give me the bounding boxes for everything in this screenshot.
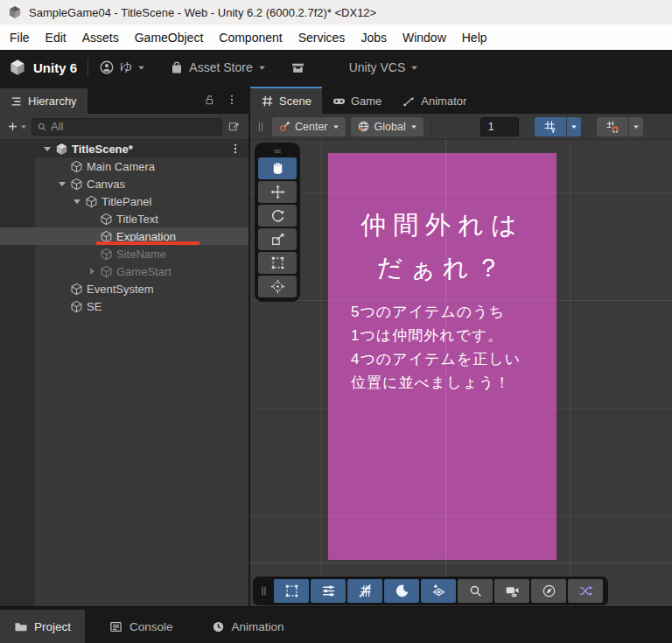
kebab-menu-icon[interactable] xyxy=(228,143,242,155)
kebab-menu-icon[interactable] xyxy=(226,94,238,106)
rotate-tool-button[interactable] xyxy=(258,205,297,227)
explanation-text-object[interactable]: 5つのアイテムのうち1つは仲間外れです。4つのアイテムを正しい位置に並べましょう… xyxy=(351,300,556,395)
overlay-grid-slash-button[interactable] xyxy=(347,579,382,603)
panel-body-line: 1つは仲間外れです。 xyxy=(351,324,556,347)
tab-label: Console xyxy=(130,620,173,633)
foldout-open-icon[interactable] xyxy=(70,199,84,204)
hierarchy-item-label: EventSystem xyxy=(87,283,154,296)
foldout-open-icon[interactable] xyxy=(40,147,54,151)
overlay-shuffle-button[interactable] xyxy=(568,579,603,603)
scene-view-toolbar: Center Global Y xyxy=(250,114,672,140)
tool-palette-overlay xyxy=(255,143,300,302)
grid-size-input[interactable] xyxy=(480,117,519,136)
grid-axis-caret[interactable] xyxy=(567,117,581,136)
scene-viewport[interactable]: 仲間外れはだぁれ？ 5つのアイテムのうち1つは仲間外れです。4つのアイテムを正し… xyxy=(250,140,672,606)
menu-help[interactable]: Help xyxy=(454,31,495,45)
grid-axis-button[interactable]: Y xyxy=(535,117,566,136)
window-title: SampleGame04 - TitleScene - Web - Unity … xyxy=(29,6,376,19)
chevron-down-icon xyxy=(20,123,27,130)
menu-file[interactable]: File xyxy=(2,31,38,45)
menu-assets[interactable]: Assets xyxy=(74,31,127,45)
scale-tool-button[interactable] xyxy=(258,228,297,250)
annotation-underline xyxy=(96,241,200,245)
menu-services[interactable]: Services xyxy=(290,31,354,45)
foldout-closed-icon[interactable] xyxy=(85,268,99,275)
hierarchy-tab-label: Hierarchy xyxy=(28,94,77,108)
overlay-drag-handle-icon[interactable] xyxy=(258,585,270,597)
unity-vcs-dropdown[interactable]: Unity VCS xyxy=(349,60,419,74)
tab-game[interactable]: Game xyxy=(322,88,392,114)
tab-scene[interactable]: Scene xyxy=(250,87,322,114)
hierarchy-item-label: TitleScene* xyxy=(72,143,133,156)
fx-icon xyxy=(431,584,446,598)
tab-label: Animator xyxy=(421,94,466,108)
move-tool-button[interactable] xyxy=(258,181,297,203)
search-input[interactable] xyxy=(51,120,217,133)
title-panel-object[interactable]: 仲間外れはだぁれ？ 5つのアイテムのうち1つは仲間外れです。4つのアイテムを正し… xyxy=(328,153,556,560)
drag-handle-icon[interactable] xyxy=(255,121,267,133)
overlay-drag-handle-icon[interactable] xyxy=(258,147,297,156)
tab-project[interactable]: Project xyxy=(0,610,85,643)
hierarchy-item-sitename[interactable]: SiteName xyxy=(0,245,248,262)
orientation-label: Global xyxy=(374,121,406,133)
tab-animation[interactable]: Animation xyxy=(198,610,298,643)
globe-icon xyxy=(357,120,370,133)
window-titlebar: SampleGame04 - TitleScene - Web - Unity … xyxy=(0,0,672,24)
camera-icon xyxy=(505,584,520,598)
menu-window[interactable]: Window xyxy=(395,31,454,45)
menu-edit[interactable]: Edit xyxy=(38,31,74,45)
hierarchy-item-canvas[interactable]: Canvas xyxy=(0,175,248,192)
grid-axis-button-group: Y xyxy=(535,117,581,136)
overlay-sliders-button[interactable] xyxy=(311,579,346,603)
hierarchy-item-label: Main Camera xyxy=(87,160,155,173)
tab-console[interactable]: Console xyxy=(95,610,187,643)
hierarchy-item-titletext[interactable]: TitleText xyxy=(0,210,248,227)
overlay-fx-button[interactable] xyxy=(421,579,456,603)
menu-gameobject[interactable]: GameObject xyxy=(127,31,212,45)
shopping-bag-icon xyxy=(170,60,184,74)
sliders-icon xyxy=(321,584,336,598)
hierarchy-item-label: Canvas xyxy=(87,178,125,191)
scene-asset-icon xyxy=(54,143,68,156)
account-dropdown[interactable]: ゆ xyxy=(99,59,145,75)
tab-hierarchy[interactable]: Hierarchy xyxy=(0,88,88,114)
lock-open-icon[interactable] xyxy=(203,94,215,106)
grid-snap-button[interactable] xyxy=(597,117,628,136)
hand-tool-icon xyxy=(270,161,285,176)
overlay-moon-button[interactable] xyxy=(384,579,419,603)
hierarchy-item-gamestart[interactable]: GameStart xyxy=(0,262,248,280)
compass-icon xyxy=(542,584,556,598)
scale-tool-icon xyxy=(270,232,285,247)
gameobject-cube-icon xyxy=(69,300,83,313)
notifications-tray-button[interactable] xyxy=(290,60,305,75)
grid-snap-caret[interactable] xyxy=(629,117,643,136)
orientation-dropdown[interactable]: Global xyxy=(351,117,424,136)
grid-slash-icon xyxy=(358,584,373,598)
overlay-rect-button[interactable] xyxy=(274,579,309,603)
hierarchy-panel: Hierarchy TitleScen xyxy=(0,85,250,606)
menu-component[interactable]: Component xyxy=(211,31,290,45)
panel-title-line: だぁれ？ xyxy=(328,247,556,290)
hierarchy-search-box[interactable] xyxy=(32,118,222,136)
overlay-compass-button[interactable] xyxy=(531,579,566,603)
menu-jobs[interactable]: Jobs xyxy=(353,31,395,45)
tab-animator[interactable]: Animator xyxy=(392,88,477,114)
picker-window-icon[interactable] xyxy=(225,120,243,133)
hierarchy-item-eventsystem[interactable]: EventSystem xyxy=(0,280,248,297)
foldout-open-icon[interactable] xyxy=(55,182,69,186)
hierarchy-item-titlescene[interactable]: TitleScene* xyxy=(0,140,248,157)
asset-store-dropdown[interactable]: Asset Store xyxy=(170,60,265,74)
pivot-mode-dropdown[interactable]: Center xyxy=(272,117,346,136)
move-tool-icon xyxy=(270,185,285,199)
hand-tool-button[interactable] xyxy=(258,157,297,179)
title-text-object[interactable]: 仲間外れはだぁれ？ xyxy=(328,204,556,290)
transform-tool-button[interactable] xyxy=(258,276,297,297)
hierarchy-item-se[interactable]: SE xyxy=(0,297,248,315)
create-object-button[interactable] xyxy=(5,121,29,132)
hierarchy-item-main-camera[interactable]: Main Camera xyxy=(0,157,248,175)
overlay-search-button[interactable] xyxy=(458,579,493,603)
chevron-down-icon xyxy=(410,64,418,72)
rect-tool-button[interactable] xyxy=(258,252,297,274)
hierarchy-item-titlepanel[interactable]: TitlePanel xyxy=(0,192,248,210)
overlay-camera-button[interactable] xyxy=(494,579,529,603)
